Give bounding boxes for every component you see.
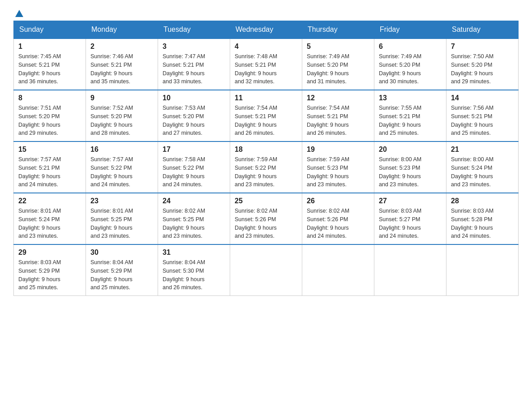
- day-number: 31: [163, 248, 225, 257]
- day-number: 13: [379, 94, 442, 102]
- day-info: Sunrise: 8:01 AM Sunset: 5:25 PM Dayligh…: [90, 207, 153, 240]
- page-header: [13, 9, 519, 16]
- day-info: Sunrise: 8:04 AM Sunset: 5:30 PM Dayligh…: [163, 258, 225, 292]
- day-number: 30: [90, 248, 153, 257]
- day-info: Sunrise: 7:57 AM Sunset: 5:21 PM Dayligh…: [18, 155, 81, 189]
- column-header-wednesday: Wednesday: [230, 21, 302, 39]
- day-info: Sunrise: 7:59 AM Sunset: 5:22 PM Dayligh…: [235, 155, 297, 189]
- day-info: Sunrise: 7:51 AM Sunset: 5:20 PM Dayligh…: [18, 104, 81, 137]
- column-header-tuesday: Tuesday: [158, 21, 230, 39]
- day-number: 1: [18, 43, 81, 51]
- day-info: Sunrise: 8:02 AM Sunset: 5:26 PM Dayligh…: [235, 207, 297, 240]
- day-number: 18: [235, 146, 297, 154]
- day-number: 5: [307, 43, 369, 51]
- day-number: 22: [18, 197, 81, 205]
- calendar-cell: 16 Sunrise: 7:57 AM Sunset: 5:22 PM Dayl…: [86, 141, 158, 193]
- logo-icon: [14, 9, 24, 19]
- calendar-cell: 18 Sunrise: 7:59 AM Sunset: 5:22 PM Dayl…: [230, 141, 302, 193]
- day-number: 3: [163, 43, 225, 51]
- calendar-cell: 4 Sunrise: 7:48 AM Sunset: 5:21 PM Dayli…: [230, 39, 302, 90]
- day-info: Sunrise: 7:49 AM Sunset: 5:20 PM Dayligh…: [379, 52, 442, 86]
- day-info: Sunrise: 7:46 AM Sunset: 5:21 PM Dayligh…: [90, 52, 153, 86]
- day-info: Sunrise: 8:03 AM Sunset: 5:29 PM Dayligh…: [18, 258, 81, 292]
- calendar-cell: 17 Sunrise: 7:58 AM Sunset: 5:22 PM Dayl…: [158, 141, 230, 193]
- calendar-cell: [302, 244, 374, 296]
- calendar-cell: 19 Sunrise: 7:59 AM Sunset: 5:23 PM Dayl…: [302, 141, 374, 193]
- calendar-cell: 6 Sunrise: 7:49 AM Sunset: 5:20 PM Dayli…: [374, 39, 446, 90]
- calendar-cell: 23 Sunrise: 8:01 AM Sunset: 5:25 PM Dayl…: [86, 193, 158, 244]
- column-header-thursday: Thursday: [302, 21, 374, 39]
- column-header-sunday: Sunday: [14, 21, 86, 39]
- calendar-cell: 13 Sunrise: 7:55 AM Sunset: 5:21 PM Dayl…: [374, 90, 446, 141]
- day-number: 15: [18, 146, 81, 154]
- calendar-cell: 24 Sunrise: 8:02 AM Sunset: 5:25 PM Dayl…: [158, 193, 230, 244]
- day-number: 7: [451, 43, 514, 51]
- column-header-monday: Monday: [86, 21, 158, 39]
- day-number: 25: [235, 197, 297, 205]
- calendar-cell: 8 Sunrise: 7:51 AM Sunset: 5:20 PM Dayli…: [14, 90, 86, 141]
- calendar-cell: 25 Sunrise: 8:02 AM Sunset: 5:26 PM Dayl…: [230, 193, 302, 244]
- calendar-cell: 22 Sunrise: 8:01 AM Sunset: 5:24 PM Dayl…: [14, 193, 86, 244]
- calendar-cell: 20 Sunrise: 8:00 AM Sunset: 5:23 PM Dayl…: [374, 141, 446, 193]
- column-header-saturday: Saturday: [446, 21, 519, 39]
- day-info: Sunrise: 8:02 AM Sunset: 5:25 PM Dayligh…: [163, 207, 225, 240]
- day-info: Sunrise: 7:54 AM Sunset: 5:21 PM Dayligh…: [235, 104, 297, 137]
- week-row-3: 15 Sunrise: 7:57 AM Sunset: 5:21 PM Dayl…: [14, 141, 519, 193]
- day-number: 19: [307, 146, 369, 154]
- week-row-2: 8 Sunrise: 7:51 AM Sunset: 5:20 PM Dayli…: [14, 90, 519, 141]
- day-info: Sunrise: 7:49 AM Sunset: 5:20 PM Dayligh…: [307, 52, 369, 86]
- calendar-cell: 29 Sunrise: 8:03 AM Sunset: 5:29 PM Dayl…: [14, 244, 86, 296]
- day-info: Sunrise: 7:54 AM Sunset: 5:21 PM Dayligh…: [307, 104, 369, 137]
- day-info: Sunrise: 7:47 AM Sunset: 5:21 PM Dayligh…: [163, 52, 225, 86]
- day-info: Sunrise: 8:04 AM Sunset: 5:29 PM Dayligh…: [90, 258, 153, 292]
- day-info: Sunrise: 7:53 AM Sunset: 5:20 PM Dayligh…: [163, 104, 225, 137]
- calendar-cell: 27 Sunrise: 8:03 AM Sunset: 5:27 PM Dayl…: [374, 193, 446, 244]
- day-number: 23: [90, 197, 153, 205]
- day-info: Sunrise: 7:55 AM Sunset: 5:21 PM Dayligh…: [379, 104, 442, 137]
- day-info: Sunrise: 7:48 AM Sunset: 5:21 PM Dayligh…: [235, 52, 297, 86]
- calendar-cell: 12 Sunrise: 7:54 AM Sunset: 5:21 PM Dayl…: [302, 90, 374, 141]
- day-info: Sunrise: 7:45 AM Sunset: 5:21 PM Dayligh…: [18, 52, 81, 86]
- day-number: 17: [163, 146, 225, 154]
- calendar-cell: 2 Sunrise: 7:46 AM Sunset: 5:21 PM Dayli…: [86, 39, 158, 90]
- day-number: 2: [90, 43, 153, 51]
- day-info: Sunrise: 7:59 AM Sunset: 5:23 PM Dayligh…: [307, 155, 369, 189]
- day-info: Sunrise: 8:00 AM Sunset: 5:23 PM Dayligh…: [379, 155, 442, 189]
- calendar-cell: 14 Sunrise: 7:56 AM Sunset: 5:21 PM Dayl…: [446, 90, 519, 141]
- day-info: Sunrise: 7:58 AM Sunset: 5:22 PM Dayligh…: [163, 155, 225, 189]
- calendar-cell: 7 Sunrise: 7:50 AM Sunset: 5:20 PM Dayli…: [446, 39, 519, 90]
- day-info: Sunrise: 8:01 AM Sunset: 5:24 PM Dayligh…: [18, 207, 81, 240]
- day-number: 16: [90, 146, 153, 154]
- day-number: 4: [235, 43, 297, 51]
- week-row-5: 29 Sunrise: 8:03 AM Sunset: 5:29 PM Dayl…: [14, 244, 519, 296]
- calendar-cell: 3 Sunrise: 7:47 AM Sunset: 5:21 PM Dayli…: [158, 39, 230, 90]
- day-info: Sunrise: 8:03 AM Sunset: 5:27 PM Dayligh…: [379, 207, 442, 240]
- day-number: 6: [379, 43, 442, 51]
- day-info: Sunrise: 8:00 AM Sunset: 5:24 PM Dayligh…: [451, 155, 514, 189]
- calendar-cell: 28 Sunrise: 8:03 AM Sunset: 5:28 PM Dayl…: [446, 193, 519, 244]
- day-number: 12: [307, 94, 369, 102]
- day-number: 8: [18, 94, 81, 102]
- calendar-table: SundayMondayTuesdayWednesdayThursdayFrid…: [13, 21, 519, 296]
- day-number: 29: [18, 248, 81, 257]
- day-info: Sunrise: 8:02 AM Sunset: 5:26 PM Dayligh…: [307, 207, 369, 240]
- calendar-cell: [374, 244, 446, 296]
- day-info: Sunrise: 7:56 AM Sunset: 5:21 PM Dayligh…: [451, 104, 514, 137]
- calendar-cell: 31 Sunrise: 8:04 AM Sunset: 5:30 PM Dayl…: [158, 244, 230, 296]
- logo: [13, 9, 25, 16]
- day-number: 24: [163, 197, 225, 205]
- calendar-cell: 15 Sunrise: 7:57 AM Sunset: 5:21 PM Dayl…: [14, 141, 86, 193]
- calendar-cell: 1 Sunrise: 7:45 AM Sunset: 5:21 PM Dayli…: [14, 39, 86, 90]
- week-row-4: 22 Sunrise: 8:01 AM Sunset: 5:24 PM Dayl…: [14, 193, 519, 244]
- calendar-cell: 10 Sunrise: 7:53 AM Sunset: 5:20 PM Dayl…: [158, 90, 230, 141]
- day-info: Sunrise: 7:50 AM Sunset: 5:20 PM Dayligh…: [451, 52, 514, 86]
- day-info: Sunrise: 7:52 AM Sunset: 5:20 PM Dayligh…: [90, 104, 153, 137]
- day-number: 21: [451, 146, 514, 154]
- day-number: 11: [235, 94, 297, 102]
- day-info: Sunrise: 7:57 AM Sunset: 5:22 PM Dayligh…: [90, 155, 153, 189]
- calendar-cell: 26 Sunrise: 8:02 AM Sunset: 5:26 PM Dayl…: [302, 193, 374, 244]
- day-number: 27: [379, 197, 442, 205]
- calendar-cell: 30 Sunrise: 8:04 AM Sunset: 5:29 PM Dayl…: [86, 244, 158, 296]
- day-number: 28: [451, 197, 514, 205]
- calendar-cell: [446, 244, 519, 296]
